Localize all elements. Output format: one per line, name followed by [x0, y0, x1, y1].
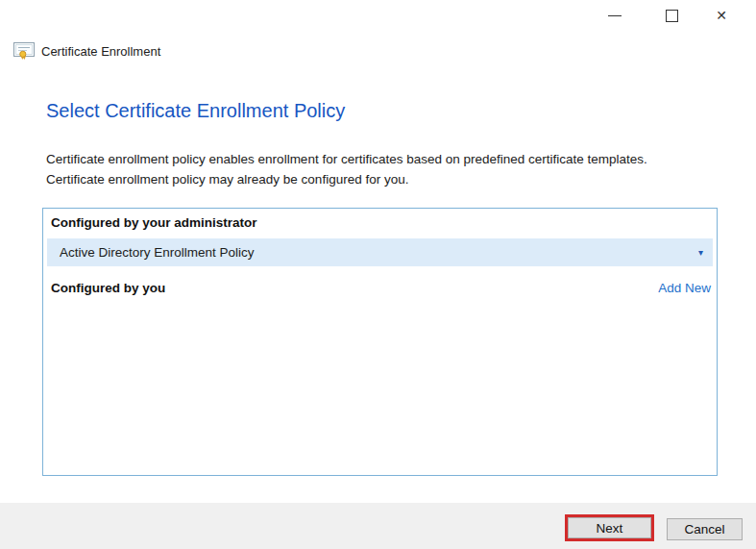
description-line-1: Certificate enrollment policy enables en… [46, 149, 647, 169]
page-description: Certificate enrollment policy enables en… [46, 149, 647, 189]
close-button[interactable]: ✕ [702, 2, 741, 29]
maximize-button[interactable] [652, 2, 691, 29]
selected-policy-name: Active Directory Enrollment Policy [60, 245, 255, 260]
admin-section-label: Configured by your administrator [51, 215, 257, 230]
add-new-link[interactable]: Add New [658, 281, 711, 295]
app-title-row: Certificate Enrollment [13, 42, 160, 61]
app-title: Certificate Enrollment [41, 44, 160, 59]
certificate-icon [13, 42, 35, 61]
user-section-label: Configured by you [51, 281, 165, 295]
maximize-icon [666, 10, 678, 22]
page-title: Select Certificate Enrollment Policy [46, 100, 345, 122]
enrollment-policy-panel: Configured by your administrator Active … [42, 208, 718, 476]
next-button[interactable]: Next [568, 517, 651, 538]
active-directory-policy-dropdown[interactable]: Active Directory Enrollment Policy ▾ [47, 238, 713, 266]
certificate-enrollment-window: ✕ Certificate Enrollment Select Certific… [0, 0, 756, 549]
minimize-icon [608, 15, 622, 16]
cancel-button[interactable]: Cancel [667, 518, 743, 540]
next-button-highlight: Next [565, 514, 654, 541]
chevron-down-icon: ▾ [698, 248, 703, 258]
description-line-2: Certificate enrollment policy may alread… [46, 169, 647, 189]
user-section-row: Configured by you Add New [51, 277, 711, 298]
close-icon: ✕ [716, 9, 727, 22]
minimize-button[interactable] [596, 2, 634, 29]
